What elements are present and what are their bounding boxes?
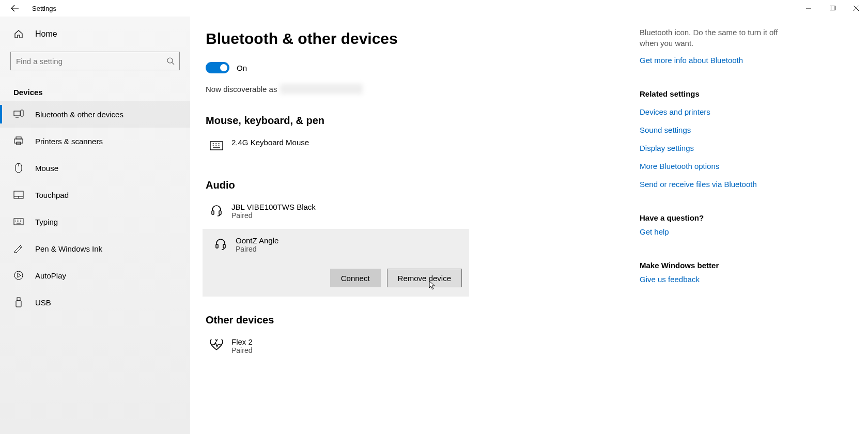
related-settings-heading: Related settings: [640, 89, 795, 98]
question-heading: Have a question?: [640, 213, 795, 222]
link-display-settings[interactable]: Display settings: [640, 144, 795, 152]
other-list: Flex 2 Paired: [206, 333, 469, 364]
link-more-bluetooth-options[interactable]: More Bluetooth options: [640, 162, 795, 171]
link-sound-settings[interactable]: Sound settings: [640, 126, 795, 134]
printer-icon: [13, 136, 24, 146]
sidebar-item-usb[interactable]: USB: [0, 289, 190, 316]
svg-rect-16: [219, 211, 221, 214]
svg-rect-1: [831, 6, 835, 10]
link-devices-printers[interactable]: Devices and printers: [640, 107, 795, 116]
device-row-selected: OontZ Angle Paired Connect Remove device: [203, 229, 469, 297]
heart-rate-icon: [210, 338, 223, 352]
titlebar: Settings: [0, 0, 868, 17]
device-name: 2.4G Keyboard Mouse: [231, 138, 309, 147]
touchpad-icon: [13, 190, 24, 200]
sidebar-item-label: Mouse: [35, 164, 58, 173]
titlebar-left: Settings: [0, 4, 56, 13]
remove-device-button[interactable]: Remove device: [387, 269, 462, 287]
link-more-info-bluetooth[interactable]: Get more info about Bluetooth: [640, 56, 795, 65]
search-input[interactable]: [10, 52, 180, 70]
maximize-icon: [829, 5, 835, 11]
device-status: Paired: [231, 346, 253, 354]
category-label: Devices: [0, 79, 190, 101]
bluetooth-toggle[interactable]: [206, 62, 229, 73]
audio-list: JBL VIBE100TWS Black Paired OontZ Angle …: [206, 198, 469, 297]
svg-rect-12: [17, 298, 20, 301]
sidebar-item-mouse[interactable]: Mouse: [0, 154, 190, 181]
svg-rect-0: [830, 6, 834, 10]
device-row[interactable]: Flex 2 Paired: [206, 333, 469, 364]
help-text-cutoff: Bluetooth icon. Do the same to turn it o…: [640, 27, 795, 49]
svg-point-11: [14, 271, 23, 280]
sidebar-item-label: Bluetooth & other devices: [35, 110, 123, 119]
device-name: JBL VIBE100TWS Black: [231, 203, 316, 211]
devices-icon: [13, 109, 24, 119]
usb-icon: [13, 297, 24, 307]
maximize-button[interactable]: [820, 0, 844, 17]
headset-icon: [214, 237, 227, 251]
home-label: Home: [35, 29, 57, 39]
headset-icon: [210, 204, 223, 217]
improve-heading: Make Windows better: [640, 261, 795, 270]
back-button[interactable]: [10, 4, 20, 13]
svg-rect-13: [16, 301, 21, 307]
sidebar-item-label: Typing: [35, 218, 58, 226]
device-name: OontZ Angle: [236, 236, 278, 245]
svg-rect-6: [14, 139, 23, 143]
link-get-help[interactable]: Get help: [640, 227, 795, 236]
device-row[interactable]: OontZ Angle Paired: [210, 236, 462, 269]
home-button[interactable]: Home: [0, 17, 190, 52]
sidebar-item-touchpad[interactable]: Touchpad: [0, 181, 190, 208]
related-links: Devices and printers Sound settings Disp…: [640, 107, 795, 189]
settings-window: Settings Home: [0, 0, 868, 434]
device-actions: Connect Remove device: [210, 269, 462, 287]
device-name: Flex 2: [231, 337, 253, 346]
sidebar-item-label: Touchpad: [35, 191, 69, 199]
sidebar: Home Devices Bluetooth & other devices: [0, 17, 190, 434]
sidebar-item-autoplay[interactable]: AutoPlay: [0, 262, 190, 289]
sidebar-item-label: Pen & Windows Ink: [35, 244, 102, 253]
keyboard-icon: [13, 216, 24, 227]
discoverable-prefix: Now discoverable as: [206, 85, 277, 94]
section-heading-other: Other devices: [206, 314, 868, 326]
close-button[interactable]: [844, 0, 868, 17]
device-status: Paired: [231, 211, 316, 220]
search-wrap: [10, 52, 180, 70]
svg-rect-15: [212, 211, 214, 214]
right-column: Bluetooth icon. Do the same to turn it o…: [640, 30, 795, 284]
minimize-button[interactable]: [797, 0, 820, 17]
sidebar-item-bluetooth[interactable]: Bluetooth & other devices: [0, 101, 190, 128]
remove-device-label: Remove device: [398, 274, 451, 283]
sidebar-item-label: Printers & scanners: [35, 137, 103, 146]
link-send-receive-files[interactable]: Send or receive files via Bluetooth: [640, 180, 795, 189]
mkp-list: 2.4G Keyboard Mouse: [206, 134, 469, 162]
sidebar-item-typing[interactable]: Typing: [0, 208, 190, 235]
link-give-feedback[interactable]: Give us feedback: [640, 275, 795, 284]
autoplay-icon: [13, 270, 24, 281]
mouse-icon: [13, 163, 24, 173]
svg-rect-17: [216, 244, 218, 248]
svg-rect-14: [210, 142, 223, 150]
window-title: Settings: [32, 5, 56, 12]
device-row[interactable]: JBL VIBE100TWS Black Paired: [206, 198, 469, 229]
arrow-left-icon: [11, 4, 19, 12]
device-status: Paired: [236, 245, 278, 253]
pen-icon: [13, 243, 24, 254]
minimize-icon: [805, 5, 812, 11]
device-row[interactable]: 2.4G Keyboard Mouse: [206, 134, 469, 162]
caption-buttons: [797, 0, 868, 17]
svg-rect-4: [21, 110, 23, 116]
redacted-device-name: [280, 84, 363, 94]
home-icon: [13, 29, 24, 39]
sidebar-item-label: USB: [35, 298, 51, 307]
sidebar-item-pen[interactable]: Pen & Windows Ink: [0, 235, 190, 262]
sidebar-item-label: AutoPlay: [35, 271, 66, 280]
bluetooth-toggle-label: On: [237, 64, 247, 72]
close-icon: [853, 5, 859, 11]
connect-button[interactable]: Connect: [330, 269, 381, 287]
svg-rect-5: [16, 137, 21, 139]
sidebar-item-printers[interactable]: Printers & scanners: [0, 128, 190, 154]
content-area: Bluetooth & other devices On Now discove…: [190, 17, 868, 434]
svg-rect-3: [14, 111, 20, 116]
body: Home Devices Bluetooth & other devices: [0, 17, 868, 434]
